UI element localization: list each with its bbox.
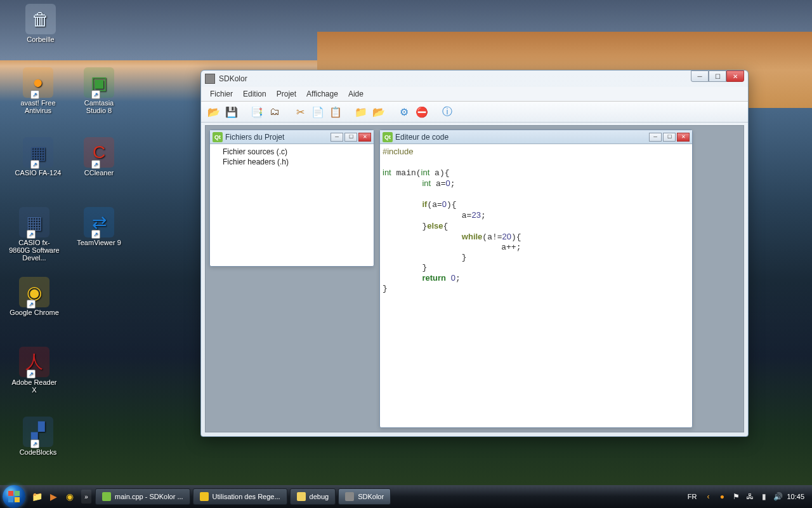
code-editor[interactable]: #include int main(int a){ int a=0; if(a=…: [380, 144, 692, 297]
desktop-icon-avast[interactable]: ●↗avast! Free Antivirus: [13, 67, 63, 114]
language-indicator[interactable]: FR: [685, 491, 700, 502]
pinned-chrome-icon[interactable]: ◉: [62, 488, 77, 505]
panel-close-button[interactable]: ✕: [677, 133, 690, 142]
editor-panel-titlebar[interactable]: Qt Editeur de code ─ ☐ ✕: [380, 130, 692, 144]
icon-label: CASIO FA-124: [13, 169, 63, 177]
desktop-icon-camtasia[interactable]: ▣↗Camtasia Studio 8: [74, 67, 124, 114]
start-button[interactable]: [3, 485, 25, 508]
task-label: main.cpp - SDKolor ...: [115, 493, 183, 500]
tray-avast-icon[interactable]: ●: [717, 491, 727, 502]
tree-item-headers[interactable]: Fichier headers (.h): [215, 157, 369, 167]
svg-rect-1: [15, 491, 20, 496]
svg-rect-3: [15, 497, 20, 502]
menu-aide[interactable]: Aide: [343, 88, 369, 100]
copy-icon[interactable]: 📄: [310, 104, 325, 119]
save-icon[interactable]: 💾: [224, 104, 239, 119]
tray-action-center-icon[interactable]: ⚑: [731, 491, 741, 502]
shortcut-arrow-icon: ↗: [27, 300, 36, 309]
task-label: Utilisation des Rege...: [213, 493, 280, 500]
pinned-apps: 📁 ▶ ◉: [29, 488, 77, 505]
desktop-icon-teamviewer[interactable]: ⇄↗TeamViewer 9: [74, 207, 124, 246]
copy-files-icon[interactable]: 🗂: [267, 104, 282, 119]
task-sdkolor-src[interactable]: main.cpp - SDKolor ...: [95, 488, 190, 505]
task-app-icon: [200, 492, 209, 501]
project-panel: Qt Fichiers du Projet ─ ☐ ✕ Fichier sour…: [209, 130, 374, 267]
tray-chevron-icon[interactable]: ‹: [703, 491, 713, 502]
task-app-icon: [345, 492, 354, 501]
task-label: debug: [310, 493, 329, 500]
shortcut-arrow-icon: ↗: [91, 160, 100, 169]
task-sdkolor[interactable]: SDKolor: [338, 488, 391, 505]
sdkolor-window: SDKolor ─ ☐ ✕ Fichier Edition Projet Aff…: [200, 70, 749, 437]
help-icon[interactable]: ⓘ: [440, 104, 455, 119]
task-app-icon: [102, 492, 111, 501]
tray-volume-icon[interactable]: 🔊: [773, 491, 783, 502]
qt-icon: Qt: [383, 132, 393, 142]
qt-icon: Qt: [213, 132, 223, 142]
icon-label: CASIO fx-9860G Software Devel...: [9, 239, 60, 262]
project-tree[interactable]: Fichier sources (.c) Fichier headers (.h…: [210, 144, 374, 170]
desktop-icon-casio-fa124[interactable]: ▦↗CASIO FA-124: [13, 137, 63, 177]
project-panel-titlebar[interactable]: Qt Fichiers du Projet ─ ☐ ✕: [210, 130, 374, 144]
task-label: SDKolor: [358, 493, 384, 500]
desktop-icon-codeblocks[interactable]: ▞↗CodeBlocks: [13, 417, 63, 456]
titlebar[interactable]: SDKolor ─ ☐ ✕: [201, 70, 748, 87]
editor-panel: Qt Editeur de code ─ ☐ ✕ #include int ma…: [379, 130, 693, 428]
open-icon[interactable]: 📂: [206, 104, 221, 119]
settings-icon[interactable]: ⚙: [396, 104, 412, 119]
mdi-area: Qt Fichiers du Projet ─ ☐ ✕ Fichier sour…: [205, 125, 744, 432]
desktop-icon-adobe-reader[interactable]: 人↗Adobe Reader X: [9, 347, 60, 394]
pinned-player-icon[interactable]: ▶: [46, 488, 61, 505]
icon-label: Camtasia Studio 8: [74, 99, 124, 114]
desktop-icon-chrome[interactable]: ◉↗Google Chrome: [9, 277, 60, 316]
window-title: SDKolor: [219, 74, 247, 83]
icon-label: Adobe Reader X: [9, 378, 60, 394]
panel-minimize-button[interactable]: ─: [649, 133, 662, 142]
icon-label: CCleaner: [74, 169, 124, 177]
task-chrome[interactable]: Utilisation des Rege...: [193, 488, 287, 505]
taskbar-chevron-icon[interactable]: »: [81, 490, 91, 504]
desktop-icon-casio-fx9860g[interactable]: ▦↗CASIO fx-9860G Software Devel...: [9, 207, 60, 262]
taskbar: 📁 ▶ ◉ » main.cpp - SDKolor ...Utilisatio…: [0, 485, 812, 508]
desktop-icon-recycle-bin[interactable]: 🗑Corbeille: [15, 4, 66, 43]
shortcut-arrow-icon: ↗: [91, 90, 100, 99]
system-tray: FR ‹ ● ⚑ 🖧 ▮ 🔊 10:45: [685, 491, 809, 502]
menu-edition[interactable]: Edition: [238, 88, 272, 100]
icon-label: Google Chrome: [9, 309, 60, 316]
clock[interactable]: 10:45: [787, 493, 804, 500]
open-folder-icon[interactable]: 📂: [371, 104, 386, 119]
panel-maximize-button[interactable]: ☐: [344, 133, 357, 142]
shortcut-arrow-icon: ↗: [30, 160, 39, 169]
app-icon: [205, 74, 215, 84]
close-button[interactable]: ✕: [726, 70, 744, 82]
toolbar: 📂 💾 📑 🗂 ✂ 📄 📋 📁 📂 ⚙ ⛔ ⓘ: [201, 102, 748, 123]
svg-rect-2: [8, 497, 13, 502]
panel-minimize-button[interactable]: ─: [331, 133, 343, 142]
paste-icon[interactable]: 📋: [328, 104, 343, 119]
desktop-icon-ccleaner[interactable]: C↗CCleaner: [74, 137, 124, 177]
tree-item-sources[interactable]: Fichier sources (.c): [215, 147, 369, 157]
save-all-icon[interactable]: 📑: [249, 104, 265, 119]
icon-label: Corbeille: [15, 36, 66, 43]
menubar: Fichier Edition Projet Affichage Aide: [201, 87, 748, 102]
new-folder-icon[interactable]: 📁: [353, 104, 369, 119]
minimize-button[interactable]: ─: [691, 70, 709, 82]
pinned-explorer-icon[interactable]: 📁: [29, 488, 44, 505]
shortcut-arrow-icon: ↗: [30, 90, 39, 99]
cut-icon[interactable]: ✂: [292, 104, 308, 119]
tray-battery-icon[interactable]: ▮: [759, 491, 769, 502]
stop-icon[interactable]: ⛔: [414, 104, 429, 119]
shortcut-arrow-icon: ↗: [27, 370, 36, 378]
menu-affichage[interactable]: Affichage: [301, 88, 343, 100]
tray-network-icon[interactable]: 🖧: [745, 491, 755, 502]
shortcut-arrow-icon: ↗: [30, 439, 39, 448]
menu-fichier[interactable]: Fichier: [205, 88, 238, 100]
shortcut-arrow-icon: ↗: [27, 230, 36, 239]
menu-projet[interactable]: Projet: [272, 88, 301, 100]
project-panel-title: Fichiers du Projet: [225, 133, 284, 142]
panel-close-button[interactable]: ✕: [358, 133, 371, 142]
icon-label: CodeBlocks: [13, 448, 63, 456]
panel-maximize-button[interactable]: ☐: [663, 133, 676, 142]
task-explorer[interactable]: debug: [290, 488, 336, 505]
maximize-button[interactable]: ☐: [709, 70, 726, 82]
